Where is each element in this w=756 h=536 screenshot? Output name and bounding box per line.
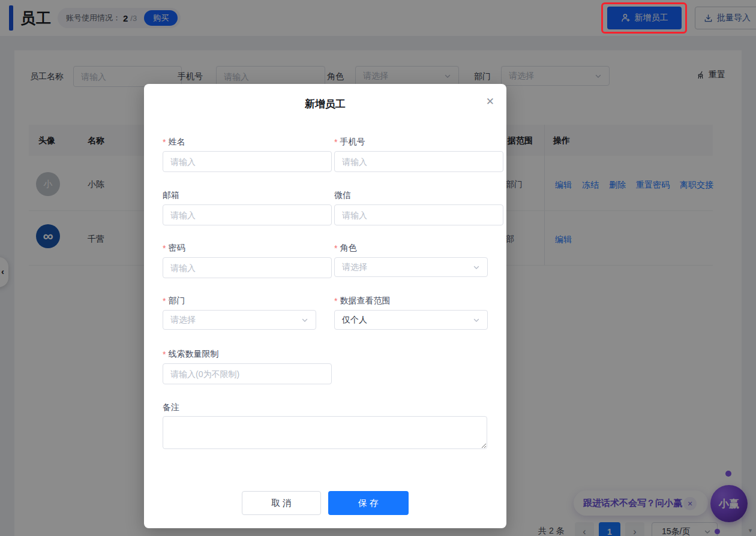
department-select[interactable]: 请选择: [163, 310, 316, 330]
chevron-down-icon: [473, 264, 480, 271]
phone-input[interactable]: [334, 151, 503, 172]
data-scope-field-label: * 数据查看范围: [334, 296, 488, 306]
field-label-text: 邮箱: [163, 190, 179, 201]
phone-field-label: * 手机号: [334, 137, 488, 147]
required-mark: *: [163, 350, 166, 359]
required-mark: *: [163, 296, 166, 306]
field-label-text: 姓名: [168, 137, 185, 147]
required-mark: *: [334, 243, 337, 253]
employee-management-screen: 员工 账号使用情况： 2 /3 购买 新增员工: [0, 0, 756, 536]
field-label-text: 密码: [168, 243, 185, 254]
password-input[interactable]: [163, 257, 332, 278]
role-select-placeholder: 请选择: [342, 262, 367, 273]
wechat-field-label: 微信: [334, 190, 488, 201]
role-select[interactable]: 请选择: [334, 257, 488, 277]
field-label-text: 微信: [334, 190, 351, 201]
field-label-text: 数据查看范围: [340, 296, 390, 306]
password-field: [163, 257, 316, 278]
chevron-down-icon: [301, 317, 308, 324]
name-input[interactable]: [163, 151, 332, 172]
lead-limit-field: [163, 363, 316, 384]
required-mark: *: [163, 243, 166, 253]
email-field-label: 邮箱: [163, 190, 316, 201]
required-mark: *: [334, 296, 337, 306]
close-icon[interactable]: ✕: [486, 95, 494, 108]
remark-field-label: 备注: [163, 402, 316, 413]
save-button[interactable]: 保 存: [328, 491, 409, 515]
field-label-text: 备注: [163, 402, 179, 413]
name-field: [163, 151, 316, 172]
email-input[interactable]: [163, 204, 332, 225]
lead-limit-input[interactable]: [163, 363, 332, 384]
field-label-text: 线索数量限制: [168, 349, 218, 360]
wechat-input[interactable]: [334, 204, 503, 225]
email-field: [163, 204, 316, 225]
lead-limit-field-label: * 线索数量限制: [163, 349, 316, 360]
wechat-field: [334, 204, 488, 225]
data-scope-select-value: 仅个人: [342, 315, 367, 326]
password-field-label: * 密码: [163, 243, 316, 254]
remark-textarea[interactable]: [163, 416, 487, 449]
required-mark: *: [334, 137, 337, 147]
modal-title: 新增员工: [144, 97, 506, 111]
field-label-text: 部门: [168, 296, 185, 306]
name-field-label: * 姓名: [163, 137, 316, 147]
add-employee-modal: 新增员工 ✕ * 姓名 * 手机号 邮箱 微信: [144, 84, 506, 528]
chevron-down-icon: [473, 317, 480, 324]
field-label-text: 角色: [340, 243, 356, 254]
required-mark: *: [163, 137, 166, 147]
department-select-placeholder: 请选择: [170, 315, 196, 326]
field-label-text: 手机号: [340, 137, 365, 147]
cancel-button[interactable]: 取 消: [242, 491, 321, 515]
department-field-label: * 部门: [163, 296, 316, 306]
phone-field: [334, 151, 488, 172]
data-scope-select[interactable]: 仅个人: [334, 310, 488, 330]
role-field-label: * 角色: [334, 243, 488, 254]
